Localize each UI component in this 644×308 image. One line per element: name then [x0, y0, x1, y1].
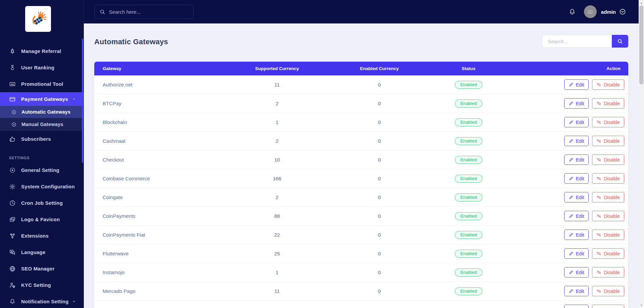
disable-button[interactable]: Disable — [592, 267, 624, 278]
sidebar-item-label: System Configuration — [21, 184, 75, 189]
sidebar-item-subscribers[interactable]: Subscribers — [0, 131, 84, 147]
disable-button[interactable]: Disable — [592, 98, 624, 109]
disable-button[interactable]: Disable — [592, 155, 624, 165]
gateway-name: Blockchain — [94, 119, 235, 125]
svg-text:Ad: Ad — [11, 83, 14, 85]
sidebar-item-manual-gateways[interactable]: Manual Gateways — [0, 118, 84, 131]
avatar-placeholder-icon — [587, 9, 593, 15]
scrollbar-up-arrow[interactable]: ▲ — [639, 2, 644, 4]
sidebar-item-label: Subscribers — [21, 136, 51, 142]
topbar-search-input[interactable] — [109, 9, 189, 15]
edit-button[interactable]: Edit — [564, 211, 589, 221]
brand-logo[interactable] — [25, 6, 51, 32]
table-search-input[interactable] — [542, 35, 612, 48]
disable-button[interactable]: Disable — [592, 79, 624, 90]
status-badge: Enabled — [455, 193, 482, 201]
supported-currency-value: 11 — [235, 288, 319, 294]
sidebar-scrollbar-thumb[interactable] — [82, 39, 83, 163]
subscribers-thumb-icon — [9, 136, 16, 142]
enabled-currency-value: 0 — [319, 176, 440, 181]
table-header: Gateway Supported Currency Enabled Curre… — [94, 62, 628, 75]
gateway-name: Checkout — [94, 157, 235, 163]
scrollbar-thumb[interactable] — [639, 5, 643, 84]
payment-card-icon — [9, 96, 16, 103]
edit-button[interactable]: Edit — [564, 305, 589, 308]
disable-eye-slash-icon — [596, 120, 601, 125]
edit-button[interactable]: Edit — [564, 286, 589, 296]
enabled-currency-value: 0 — [319, 269, 440, 275]
edit-button[interactable]: Edit — [564, 98, 589, 109]
edit-button[interactable]: Edit — [564, 136, 589, 146]
username[interactable]: admin — [601, 9, 616, 15]
scrollbar-down-arrow[interactable]: ▼ — [639, 304, 644, 306]
cron-clock-icon — [9, 200, 16, 206]
sidebar-item-logo-favicon[interactable]: Logo & Favicon — [0, 211, 84, 228]
sidebar-item-label: Manage Referral — [21, 48, 61, 54]
page-scrollbar[interactable]: ▲ ▼ — [639, 0, 644, 308]
enabled-currency-value: 0 — [319, 251, 440, 256]
table-search-button[interactable] — [612, 35, 628, 48]
disable-button[interactable]: Disable — [592, 305, 624, 308]
sidebar-item-user-ranking[interactable]: User Ranking — [0, 59, 84, 76]
sidebar-item-automatic-gateways[interactable]: Automatic Gateways — [0, 106, 84, 118]
sidebar-item-extensions[interactable]: Extensions — [0, 228, 84, 244]
table-row: Coingate20EnabledEditDisable — [94, 188, 628, 207]
disable-button-label: Disable — [604, 270, 620, 275]
edit-button[interactable]: Edit — [564, 117, 589, 127]
edit-button[interactable]: Edit — [564, 79, 589, 90]
referral-tree-icon — [9, 48, 16, 55]
enabled-currency-value: 0 — [319, 157, 440, 163]
gateway-name: Cashmaal — [94, 138, 235, 144]
table-search — [542, 35, 628, 48]
seo-globe-icon — [9, 265, 16, 272]
gateway-name: Instamojo — [94, 269, 235, 275]
chevron-down-icon — [72, 299, 76, 304]
sidebar-item-payment-gateways[interactable]: Payment Gateways — [0, 92, 84, 106]
table-row: Coinbase Commerce1660EnabledEditDisable — [94, 169, 628, 188]
disable-button-label: Disable — [604, 101, 620, 106]
disable-button[interactable]: Disable — [592, 173, 624, 184]
edit-button-label: Edit — [576, 101, 584, 106]
edit-button[interactable]: Edit — [564, 248, 589, 259]
topbar: admin — [84, 0, 644, 23]
disable-button[interactable]: Disable — [592, 211, 624, 221]
disable-eye-slash-icon — [596, 82, 601, 87]
avatar[interactable] — [584, 5, 597, 18]
sidebar-item-language[interactable]: Language — [0, 244, 84, 260]
account-chevron-icon[interactable] — [619, 8, 626, 15]
status-badge: Enabled — [455, 175, 482, 183]
disable-button[interactable]: Disable — [592, 136, 624, 146]
edit-button[interactable]: Edit — [564, 155, 589, 165]
status-badge: Enabled — [455, 100, 482, 108]
sidebar-item-notification-setting[interactable]: Notification Setting — [0, 293, 84, 308]
radio-dot-icon — [11, 122, 17, 127]
sidebar-item-general-setting[interactable]: General Setting — [0, 162, 84, 178]
topbar-search[interactable] — [95, 5, 194, 19]
sidebar-item-cron-job-setting[interactable]: Cron Job Setting — [0, 195, 84, 211]
edit-button[interactable]: Edit — [564, 192, 589, 202]
disable-button[interactable]: Disable — [592, 192, 624, 202]
disable-button[interactable]: Disable — [592, 248, 624, 259]
disable-button[interactable]: Disable — [592, 117, 624, 127]
disable-eye-slash-icon — [596, 232, 601, 237]
sidebar-item-label: Language — [21, 249, 45, 255]
extensions-nodes-icon — [9, 233, 16, 239]
disable-eye-slash-icon — [596, 251, 601, 256]
table-body: Authorize.net110EnabledEditDisableBTCPay… — [94, 75, 628, 308]
notification-bell-icon[interactable] — [569, 8, 576, 16]
edit-button[interactable]: Edit — [564, 173, 589, 184]
sidebar-item-kyc-setting[interactable]: KYC Setting — [0, 277, 84, 293]
table-row: Instamojo10EnabledEditDisable — [94, 263, 628, 282]
sidebar-item-system-configuration[interactable]: System Configuration — [0, 178, 84, 195]
edit-button[interactable]: Edit — [564, 230, 589, 240]
gateway-name: Authorize.net — [94, 82, 235, 87]
sidebar-item-label: Notification Setting — [21, 299, 69, 304]
disable-button[interactable]: Disable — [592, 230, 624, 240]
sidebar-item-seo-manager[interactable]: SEO Manager — [0, 260, 84, 277]
disable-button[interactable]: Disable — [592, 286, 624, 296]
main-content: Automatic Gateways Gateway Supported Cur… — [84, 23, 644, 308]
sidebar-item-promotional-tool[interactable]: AdPromotional Tool — [0, 76, 84, 92]
edit-button[interactable]: Edit — [564, 267, 589, 278]
sidebar-item-manage-referral[interactable]: Manage Referral — [0, 43, 84, 59]
gateway-name: CoinPayments — [94, 213, 235, 219]
